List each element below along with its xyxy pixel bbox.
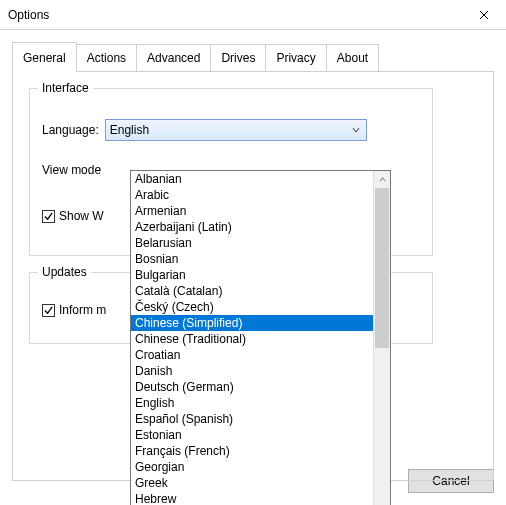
view-mode-label: View mode	[42, 163, 101, 177]
show-windows-label: Show W	[59, 209, 104, 223]
language-label: Language:	[42, 123, 99, 137]
tab-strip: General Actions Advanced Drives Privacy …	[12, 42, 494, 71]
tab-general[interactable]: General	[12, 42, 77, 72]
language-option[interactable]: Hebrew	[131, 491, 373, 505]
tab-label: General	[23, 51, 66, 65]
scroll-up-button[interactable]	[374, 171, 390, 188]
language-combobox[interactable]: English	[105, 119, 367, 141]
language-option[interactable]: Belarusian	[131, 235, 373, 251]
tab-drives[interactable]: Drives	[210, 44, 266, 71]
language-option[interactable]: Bosnian	[131, 251, 373, 267]
window-title: Options	[8, 8, 49, 22]
language-option[interactable]: Georgian	[131, 459, 373, 475]
language-option[interactable]: Azerbaijani (Latin)	[131, 219, 373, 235]
language-option[interactable]: Albanian	[131, 171, 373, 187]
show-windows-checkbox[interactable]	[42, 210, 55, 223]
tab-label: Privacy	[276, 51, 315, 65]
language-option[interactable]: Français (French)	[131, 443, 373, 459]
language-options-container: AlbanianArabicArmenianAzerbaijani (Latin…	[131, 171, 373, 505]
close-button[interactable]	[461, 0, 506, 30]
language-dropdown-list: AlbanianArabicArmenianAzerbaijani (Latin…	[130, 170, 391, 505]
tab-label: Advanced	[147, 51, 200, 65]
tab-advanced[interactable]: Advanced	[136, 44, 211, 71]
language-option[interactable]: Bulgarian	[131, 267, 373, 283]
view-mode-text: View mode	[42, 163, 101, 177]
inform-label: Inform m	[59, 303, 106, 317]
tab-label: Drives	[221, 51, 255, 65]
language-option[interactable]: Català (Catalan)	[131, 283, 373, 299]
dialog-content: General Actions Advanced Drives Privacy …	[0, 30, 506, 505]
language-option[interactable]: Armenian	[131, 203, 373, 219]
language-selected: English	[110, 123, 149, 137]
language-option[interactable]: Croatian	[131, 347, 373, 363]
close-icon	[479, 10, 489, 20]
language-option[interactable]: Deutsch (German)	[131, 379, 373, 395]
language-option[interactable]: Český (Czech)	[131, 299, 373, 315]
chevron-up-icon	[379, 176, 386, 183]
checkmark-icon	[44, 306, 53, 315]
language-option[interactable]: Chinese (Traditional)	[131, 331, 373, 347]
scroll-thumb[interactable]	[375, 188, 389, 348]
language-row: Language: English	[42, 119, 367, 141]
chevron-down-icon	[348, 126, 364, 134]
interface-legend: Interface	[38, 81, 93, 95]
language-option[interactable]: Danish	[131, 363, 373, 379]
tab-privacy[interactable]: Privacy	[265, 44, 326, 71]
language-option[interactable]: Greek	[131, 475, 373, 491]
language-option[interactable]: Español (Spanish)	[131, 411, 373, 427]
dropdown-scrollbar[interactable]	[373, 171, 390, 505]
checkmark-icon	[44, 212, 53, 221]
tab-label: Actions	[87, 51, 126, 65]
updates-legend: Updates	[38, 265, 91, 279]
tab-about[interactable]: About	[326, 44, 379, 71]
titlebar: Options	[0, 0, 506, 30]
language-option[interactable]: Estonian	[131, 427, 373, 443]
tab-actions[interactable]: Actions	[76, 44, 137, 71]
language-option[interactable]: Arabic	[131, 187, 373, 203]
tab-label: About	[337, 51, 368, 65]
inform-row: Inform m	[42, 303, 106, 317]
show-windows-row: Show W	[42, 209, 104, 223]
language-option[interactable]: Chinese (Simplified)	[131, 315, 373, 331]
language-option[interactable]: English	[131, 395, 373, 411]
inform-checkbox[interactable]	[42, 304, 55, 317]
